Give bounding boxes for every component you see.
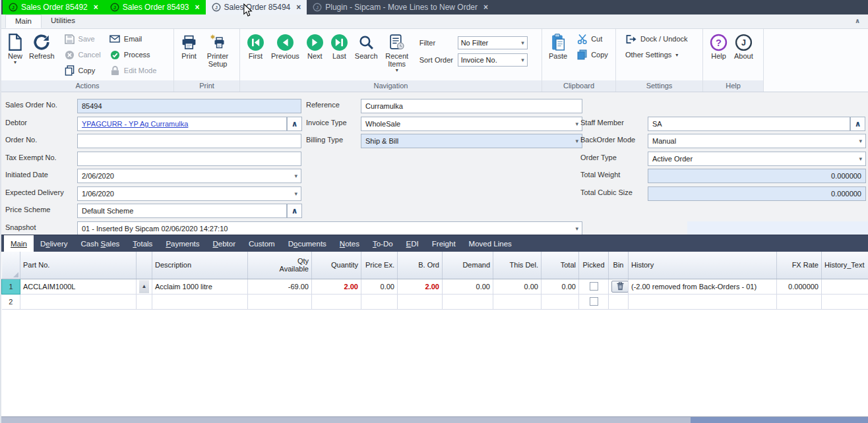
scrollbar-thumb[interactable] — [691, 417, 868, 423]
print-button[interactable]: Print — [177, 31, 201, 80]
col-header-b-ord[interactable]: B. Ord — [398, 252, 443, 279]
cell-part-no[interactable]: ACCLAIM1000L — [20, 279, 137, 294]
close-icon[interactable]: × — [94, 3, 98, 12]
cell-description[interactable] — [152, 294, 248, 309]
first-button[interactable]: First — [243, 31, 268, 80]
cell-b-ord[interactable] — [398, 294, 443, 309]
window-tab-plugin-sipcam[interactable]: J Plugin - Sipcam - Move Lines to New Or… — [307, 0, 494, 14]
col-header-price-ex[interactable]: Price Ex. — [361, 252, 398, 279]
cell-picked[interactable] — [579, 279, 609, 294]
col-header-qty-available[interactable]: Qty Available — [248, 252, 312, 279]
refresh-button[interactable]: Refresh — [26, 31, 58, 80]
process-button[interactable]: Process — [106, 47, 160, 63]
close-icon[interactable]: × — [483, 3, 488, 12]
edit-mode-button[interactable]: Edit Mode — [106, 63, 160, 78]
save-button[interactable]: Save — [61, 31, 104, 47]
email-button[interactable]: Email — [106, 31, 160, 47]
window-tab-sales-order-85494[interactable]: J Sales Order 85494 × — [206, 0, 307, 14]
about-button[interactable]: J About — [731, 31, 757, 80]
window-tab-sales-order-85493[interactable]: J Sales Order 85493 × — [104, 0, 206, 14]
tab-moved-lines[interactable]: Moved Lines — [462, 235, 518, 252]
new-button[interactable]: New ▾ — [5, 31, 26, 80]
paste-button[interactable]: Paste — [545, 31, 571, 80]
next-button[interactable]: Next — [303, 31, 327, 80]
cut-button[interactable]: Cut — [573, 31, 611, 47]
order-type-field[interactable]: Active Order▾ — [648, 152, 866, 166]
chevron-down-icon[interactable]: ▾ — [859, 138, 862, 144]
cell-bin[interactable] — [609, 279, 629, 294]
col-header-description[interactable]: Description — [152, 252, 248, 279]
snapshot-field[interactable]: 01 - Inserted By Sipcam 02/06/2020 14:27… — [77, 221, 582, 236]
window-tab-sales-order-85492[interactable]: J Sales Order 85492 × — [3, 0, 104, 14]
ribbon-collapse-icon[interactable]: ∧ — [855, 17, 860, 24]
col-header-picked[interactable]: Picked — [579, 252, 609, 279]
cell-quantity[interactable] — [312, 294, 361, 309]
sort-order-dropdown[interactable]: Invoice No. ▾ — [458, 53, 528, 67]
help-button[interactable]: ? Help — [706, 31, 731, 80]
cell-fx-rate[interactable] — [777, 294, 822, 309]
chevron-down-icon[interactable]: ▾ — [575, 138, 578, 144]
tab-edi[interactable]: EDI — [400, 235, 425, 252]
order-no-field[interactable] — [77, 134, 301, 148]
cell-history-text[interactable] — [822, 279, 868, 294]
close-icon[interactable]: × — [296, 3, 301, 12]
debtor-link[interactable]: YPAGCURR - YP Ag Curramulka — [82, 120, 188, 128]
search-button[interactable]: Search — [352, 31, 381, 80]
dock-undock-button[interactable]: Dock / Undock — [623, 31, 699, 47]
picked-checkbox[interactable] — [590, 297, 598, 306]
backorder-mode-field[interactable]: Manual▾ — [648, 134, 866, 148]
total-cubic-size-field[interactable]: 0.000000 — [648, 186, 866, 201]
col-header-history-text[interactable]: History_Text — [822, 252, 868, 279]
previous-button[interactable]: Previous — [268, 31, 303, 80]
picked-checkbox[interactable] — [590, 282, 598, 291]
cell-fx-rate[interactable]: 0.000000 — [777, 279, 822, 294]
billing-type-field[interactable]: Ship & Bill▾ — [361, 134, 582, 148]
tab-debtor[interactable]: Debtor — [206, 235, 243, 252]
tab-custom[interactable]: Custom — [242, 235, 282, 252]
staff-member-field[interactable]: SA — [648, 117, 850, 131]
close-icon[interactable]: × — [195, 3, 199, 12]
bin-button[interactable] — [611, 281, 629, 293]
chevron-down-icon[interactable]: ▾ — [294, 190, 297, 197]
tab-documents[interactable]: Documents — [282, 235, 333, 252]
copy-button[interactable]: Copy — [61, 63, 104, 78]
other-settings-button[interactable]: Other Settings ▾ — [623, 47, 699, 63]
reference-field[interactable]: Curramulka — [361, 99, 582, 113]
tab-cash-sales[interactable]: Cash Sales — [75, 235, 127, 252]
tab-freight[interactable]: Freight — [425, 235, 462, 252]
ribbon-tab-utilities[interactable]: Utilities — [42, 14, 84, 28]
cell-quantity[interactable]: 2.00 — [312, 279, 361, 294]
cell-part-lookup[interactable]: ▲ — [137, 279, 152, 294]
col-header-this-del[interactable]: This Del. — [493, 252, 542, 279]
cell-description[interactable]: Acclaim 1000 litre — [152, 279, 248, 294]
tab-main[interactable]: Main — [4, 235, 34, 252]
price-scheme-expand-button[interactable]: ∧ — [287, 204, 302, 218]
cell-this-del[interactable]: 0.00 — [493, 279, 542, 294]
col-header-part-no[interactable]: Part No. — [20, 252, 137, 279]
col-header-total[interactable]: Total — [542, 252, 579, 279]
invoice-type-field[interactable]: WholeSale▾ — [361, 117, 582, 131]
initiated-date-field[interactable]: 2/06/2020▾ — [77, 169, 301, 183]
tab-delivery[interactable]: Delivery — [34, 235, 75, 252]
cell-demand[interactable]: 0.00 — [443, 279, 493, 294]
filter-dropdown[interactable]: No Filter ▾ — [458, 36, 528, 49]
tab-to-do[interactable]: To-Do — [366, 235, 400, 252]
last-button[interactable]: Last — [327, 31, 352, 80]
select-all-corner[interactable] — [2, 252, 20, 279]
expected-delivery-field[interactable]: 1/06/2020▾ — [77, 186, 301, 201]
tab-totals[interactable]: Totals — [126, 235, 159, 252]
copy-clipboard-button[interactable]: Copy — [573, 47, 611, 63]
chevron-down-icon[interactable]: ▾ — [575, 121, 578, 127]
chevron-down-icon[interactable]: ▾ — [294, 173, 297, 179]
debtor-field[interactable]: YPAGCURR - YP Ag Curramulka — [77, 117, 287, 131]
row-header-1[interactable]: 1 — [2, 279, 20, 294]
cell-picked[interactable] — [579, 294, 609, 309]
col-header-bin[interactable]: Bin — [609, 252, 629, 279]
cancel-button[interactable]: Cancel — [61, 47, 104, 63]
cell-price-ex[interactable] — [361, 294, 398, 309]
col-header-history[interactable]: History — [629, 252, 777, 279]
cell-part-no[interactable] — [20, 294, 137, 309]
sales-order-no-field[interactable]: 85494 — [77, 99, 301, 113]
cell-b-ord[interactable]: 2.00 — [398, 279, 443, 294]
cell-demand[interactable] — [443, 294, 493, 309]
